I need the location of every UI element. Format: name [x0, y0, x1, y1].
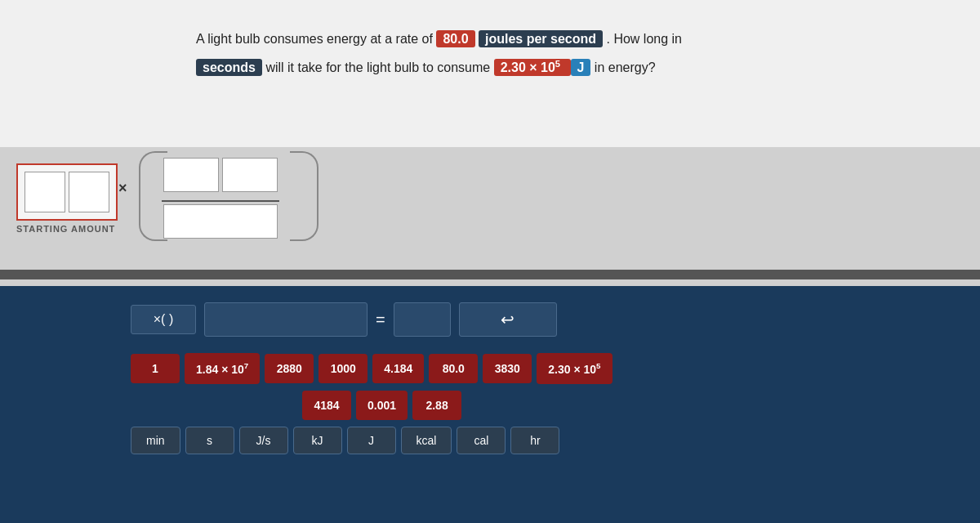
energy-value: 2.30 × 105	[494, 59, 571, 76]
number-row-1: 1 1.84 × 107 2880 1000 4.184 80.0 3830 2…	[24, 353, 956, 384]
btn-1000[interactable]: 1000	[318, 354, 368, 383]
problem-line2: seconds will it take for the light bulb …	[196, 53, 947, 82]
frac-bottom-cell	[163, 204, 278, 239]
fraction-visual	[139, 151, 318, 241]
unit-kcal[interactable]: kcal	[401, 427, 452, 454]
btn-1[interactable]: 1	[131, 354, 180, 383]
expression-row: ×( ) = ↩	[24, 302, 956, 337]
btn-80-0[interactable]: 80.0	[429, 354, 478, 383]
rate-unit: joules per second	[479, 30, 603, 47]
btn-4184[interactable]: 4184	[302, 391, 351, 420]
energy-unit: J	[571, 59, 591, 76]
btn-3830[interactable]: 3830	[483, 354, 532, 383]
problem-text-end: in energy?	[595, 60, 656, 74]
problem-text-before: A light bulb consumes energy at a rate o…	[196, 32, 433, 46]
btn-2880[interactable]: 2880	[265, 354, 314, 383]
btn-4-184[interactable]: 4.184	[372, 354, 424, 383]
frac-top-row	[163, 158, 278, 192]
unit-j[interactable]: J	[347, 427, 396, 454]
equals-sign: =	[376, 311, 385, 329]
unit-hr[interactable]: hr	[510, 427, 559, 454]
number-row-2: 4184 0.001 2.88	[24, 391, 956, 420]
frac-top-cell-2	[222, 158, 278, 192]
starting-amount-label: STARTING AMOUNT	[16, 224, 115, 234]
unit-kj[interactable]: kJ	[293, 427, 342, 454]
btn-0-001[interactable]: 0.001	[356, 391, 408, 420]
starting-amount-box	[16, 163, 118, 221]
right-paren	[290, 151, 318, 241]
unit-row: min s J/s kJ J kcal cal hr	[24, 427, 956, 454]
multiply-paren-display: ×( )	[131, 305, 196, 334]
unit-js[interactable]: J/s	[239, 427, 288, 454]
btn-2-30e5[interactable]: 2.30 × 105	[537, 353, 612, 384]
sa-cell-2	[69, 172, 109, 212]
multiply-sign: ×	[118, 180, 127, 197]
frac-top-cell-1	[163, 158, 219, 192]
undo-icon: ↩	[501, 310, 514, 329]
frac-bottom-row	[163, 204, 278, 239]
undo-button[interactable]: ↩	[459, 302, 557, 337]
frac-divider	[162, 200, 279, 202]
problem-area: A light bulb consumes energy at a rate o…	[0, 0, 980, 147]
unit-cal[interactable]: cal	[457, 427, 506, 454]
problem-line1: A light bulb consumes energy at a rate o…	[196, 25, 947, 53]
starting-amount-container: STARTING AMOUNT	[16, 163, 118, 234]
unit-min[interactable]: min	[131, 427, 180, 454]
rate-value: 80.0	[436, 30, 474, 47]
unit-s[interactable]: s	[185, 427, 234, 454]
calc-area: ×( ) = ↩ 1 1.84 × 107 2880 1000 4.184 80…	[0, 286, 980, 523]
expression-input[interactable]	[204, 302, 368, 337]
seconds-unit: seconds	[196, 59, 262, 76]
sa-cell-1	[24, 172, 65, 212]
problem-text-middle: will it take for the light bulb to consu…	[265, 60, 490, 74]
btn-2-88[interactable]: 2.88	[412, 391, 461, 420]
middle-band	[0, 270, 980, 279]
btn-1-84e7[interactable]: 1.84 × 107	[185, 353, 260, 384]
result-box	[394, 302, 451, 337]
problem-text-after: . How long in	[607, 32, 683, 46]
